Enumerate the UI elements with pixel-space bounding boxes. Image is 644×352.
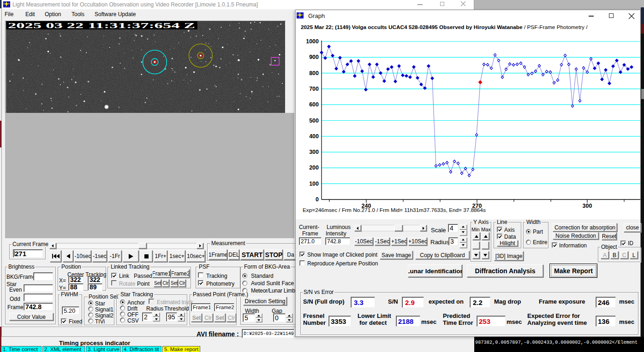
svg-text:600: 600 [309,101,319,108]
svg-text:200: 200 [309,164,319,171]
svg-text:300: 300 [583,203,592,209]
svg-text:300: 300 [309,149,319,155]
svg-text:400: 400 [309,133,319,140]
svg-text:800: 800 [309,70,319,76]
svg-text:900: 900 [309,54,319,60]
svg-text:0: 0 [316,196,319,203]
svg-text:100: 100 [309,181,319,187]
svg-text:700: 700 [309,86,319,92]
svg-text:500: 500 [309,117,319,124]
svg-text:1000: 1000 [306,38,319,45]
